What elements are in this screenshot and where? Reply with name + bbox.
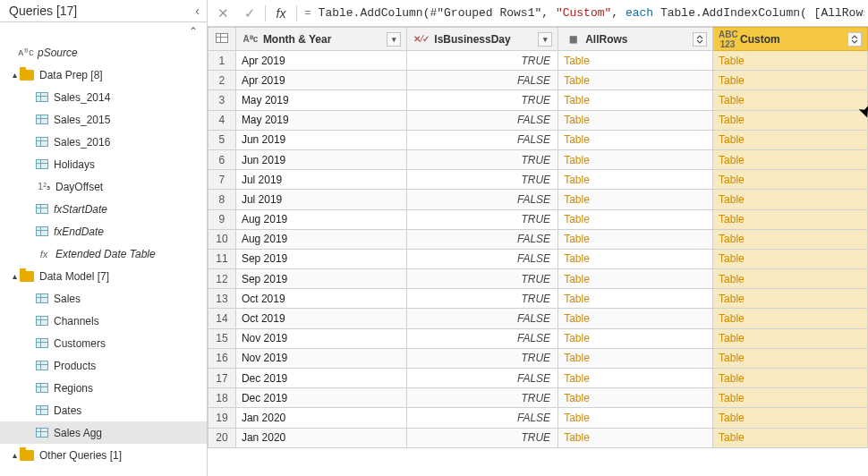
cell-custom[interactable]: Table: [713, 110, 868, 130]
table-row[interactable]: 9Aug 2019TRUETableTable: [208, 209, 868, 229]
table-row[interactable]: 4May 2019FALSETableTable: [208, 110, 868, 130]
cell-month-year[interactable]: Jun 2019: [235, 149, 406, 169]
query-item[interactable]: Sales_2015: [0, 108, 207, 131]
cell-is-business-day[interactable]: TRUE: [407, 388, 558, 408]
query-item[interactable]: Sales_2014: [0, 86, 207, 108]
column-allrows[interactable]: ▦ AllRows: [558, 28, 713, 51]
cell-is-business-day[interactable]: TRUE: [407, 51, 558, 71]
cell-month-year[interactable]: Sep 2019: [235, 269, 406, 289]
query-psource[interactable]: pSource: [0, 41, 207, 64]
cell-is-business-day[interactable]: TRUE: [407, 269, 558, 289]
table-row[interactable]: 14Oct 2019FALSETableTable: [208, 309, 868, 328]
cell-allrows[interactable]: Table: [558, 269, 713, 289]
cell-custom[interactable]: Table: [713, 388, 868, 408]
table-row[interactable]: 3May 2019TRUETableTable: [208, 90, 868, 110]
cell-custom[interactable]: Table: [713, 428, 868, 447]
expand-toggle-icon[interactable]: ▴: [9, 70, 20, 80]
table-row[interactable]: 10Aug 2019FALSETableTable: [208, 229, 868, 249]
cell-allrows[interactable]: Table: [558, 149, 713, 169]
cell-allrows[interactable]: Table: [558, 289, 713, 309]
group-other-queries[interactable]: ▴ Other Queries [1]: [0, 444, 207, 466]
expand-toggle-icon[interactable]: ▴: [9, 450, 20, 460]
cell-allrows[interactable]: Table: [558, 209, 713, 229]
cell-custom[interactable]: Table: [713, 328, 868, 348]
cell-custom[interactable]: Table: [713, 269, 868, 289]
cell-is-business-day[interactable]: TRUE: [407, 428, 558, 447]
table-row[interactable]: 12Sep 2019TRUETableTable: [208, 269, 868, 289]
cell-month-year[interactable]: Jan 2020: [235, 408, 406, 428]
table-row[interactable]: 7Jul 2019TRUETableTable: [208, 170, 868, 190]
cell-month-year[interactable]: Aug 2019: [235, 209, 406, 229]
cell-is-business-day[interactable]: TRUE: [407, 289, 558, 309]
query-item[interactable]: Products: [0, 354, 207, 377]
table-row[interactable]: 1Apr 2019TRUETableTable: [208, 51, 868, 71]
expand-column-icon[interactable]: [693, 32, 707, 47]
cell-custom[interactable]: Table: [713, 229, 868, 249]
cell-allrows[interactable]: Table: [558, 309, 713, 328]
cell-allrows[interactable]: Table: [558, 388, 713, 408]
column-custom[interactable]: ABC123 Custom: [713, 28, 868, 51]
cell-allrows[interactable]: Table: [558, 369, 713, 388]
cell-allrows[interactable]: Table: [558, 428, 713, 447]
cell-is-business-day[interactable]: FALSE: [407, 328, 558, 348]
cell-month-year[interactable]: Apr 2019: [235, 51, 406, 71]
cell-month-year[interactable]: Jul 2019: [235, 190, 406, 209]
table-row[interactable]: 20Jan 2020TRUETableTable: [208, 428, 868, 447]
cell-is-business-day[interactable]: TRUE: [407, 90, 558, 110]
cell-allrows[interactable]: Table: [558, 51, 713, 71]
cell-custom[interactable]: Table: [713, 348, 868, 368]
table-row[interactable]: 13Oct 2019TRUETableTable: [208, 289, 868, 309]
cell-custom[interactable]: Table: [713, 369, 868, 388]
filter-dropdown-icon[interactable]: ▾: [538, 32, 552, 47]
cell-custom[interactable]: Table: [713, 289, 868, 309]
query-item[interactable]: fxStartDate: [0, 198, 207, 220]
cell-custom[interactable]: Table: [713, 209, 868, 229]
query-item[interactable]: Holidays: [0, 153, 207, 175]
fx-icon[interactable]: fx: [269, 3, 293, 24]
cell-custom[interactable]: Table: [713, 51, 868, 71]
commit-formula-button[interactable]: ✓: [238, 3, 261, 24]
cell-is-business-day[interactable]: TRUE: [407, 149, 558, 169]
cell-month-year[interactable]: May 2019: [235, 90, 406, 110]
group-data-prep[interactable]: ▴ Data Prep [8]: [0, 64, 207, 86]
cell-custom[interactable]: Table: [713, 130, 868, 149]
cell-is-business-day[interactable]: FALSE: [407, 408, 558, 428]
table-row[interactable]: 16Nov 2019TRUETableTable: [208, 348, 868, 368]
cell-month-year[interactable]: Jul 2019: [235, 170, 406, 190]
cell-allrows[interactable]: Table: [558, 328, 713, 348]
query-item[interactable]: Regions: [0, 377, 207, 399]
cell-is-business-day[interactable]: FALSE: [407, 249, 558, 268]
cell-custom[interactable]: Table: [713, 170, 868, 190]
cell-custom[interactable]: Table: [713, 309, 868, 328]
cell-is-business-day[interactable]: FALSE: [407, 190, 558, 209]
table-row[interactable]: 15Nov 2019FALSETableTable: [208, 328, 868, 348]
query-item[interactable]: Sales_2016: [0, 131, 207, 153]
cell-is-business-day[interactable]: TRUE: [407, 348, 558, 368]
cell-month-year[interactable]: Jan 2020: [235, 428, 406, 447]
cell-allrows[interactable]: Table: [558, 170, 713, 190]
query-item[interactable]: Dates: [0, 399, 207, 421]
query-item[interactable]: fxEndDate: [0, 220, 207, 242]
column-month-year[interactable]: Aᴮc Month & Year ▾: [235, 28, 406, 51]
cell-is-business-day[interactable]: TRUE: [407, 170, 558, 190]
cell-allrows[interactable]: Table: [558, 190, 713, 209]
cancel-formula-button[interactable]: ✕: [211, 3, 234, 24]
column-is-business-day[interactable]: ✕⁄✓ IsBusinessDay ▾: [407, 28, 558, 51]
cell-is-business-day[interactable]: FALSE: [407, 369, 558, 388]
cell-custom[interactable]: Table: [713, 408, 868, 428]
cell-month-year[interactable]: Oct 2019: [235, 289, 406, 309]
cell-month-year[interactable]: Dec 2019: [235, 388, 406, 408]
query-item[interactable]: fxExtended Date Table: [0, 242, 207, 265]
cell-month-year[interactable]: Dec 2019: [235, 369, 406, 388]
cell-month-year[interactable]: Nov 2019: [235, 348, 406, 368]
collapse-panel-icon[interactable]: ‹: [195, 4, 200, 18]
cell-allrows[interactable]: Table: [558, 348, 713, 368]
cell-month-year[interactable]: May 2019: [235, 110, 406, 130]
table-row[interactable]: 6Jun 2019TRUETableTable: [208, 149, 868, 169]
group-data-model[interactable]: ▴ Data Model [7]: [0, 265, 207, 287]
table-row[interactable]: 19Jan 2020FALSETableTable: [208, 408, 868, 428]
query-item[interactable]: Sales Agg: [0, 421, 207, 444]
scroll-up-indicator[interactable]: ⌃: [0, 21, 207, 39]
cell-allrows[interactable]: Table: [558, 130, 713, 149]
cell-custom[interactable]: Table: [713, 249, 868, 268]
